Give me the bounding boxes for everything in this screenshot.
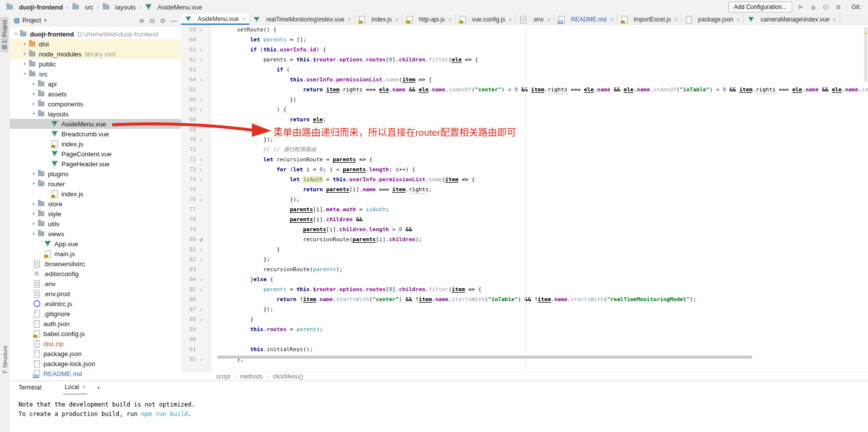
tree-row-.env.prod[interactable]: .env.prod	[10, 289, 181, 299]
close-icon[interactable]: ×	[82, 384, 85, 391]
fold-close-icon[interactable]: ∧	[196, 315, 206, 325]
tree-row-dist[interactable]: dist	[10, 39, 181, 49]
tab-http-api.js[interactable]: JShttp-api.js×	[403, 14, 455, 25]
code-line-72[interactable]: 72∨ let recursionRoute = parents => {	[181, 155, 868, 165]
tab-realTimeMonitoring-index.vue[interactable]: realTimeMonitoring\index.vue×	[249, 14, 355, 25]
chevron-right-icon[interactable]	[30, 202, 37, 205]
tab-AsideMenu.vue[interactable]: AsideMenu.vue×	[181, 14, 249, 25]
editor-breadcrumb-item[interactable]: script	[216, 373, 230, 380]
fold-close-icon[interactable]: ∧	[196, 135, 206, 145]
chevron-right-icon[interactable]	[21, 52, 28, 55]
code-line-65[interactable]: 65 return item.rights === ele.name && el…	[181, 85, 868, 95]
tree-row-plugins[interactable]: plugins	[10, 169, 181, 179]
close-icon[interactable]: ×	[242, 16, 245, 22]
tree-row-src[interactable]: src	[10, 69, 181, 79]
code-line-73[interactable]: 73∨ for (let i = 0; i < parents.length; …	[181, 165, 868, 175]
fold-open-icon[interactable]: ∨	[196, 105, 206, 115]
code-line-84[interactable]: 84∨ }else {	[181, 275, 868, 285]
code-line-91[interactable]: 91 this.initialKeys();	[181, 345, 868, 355]
git-label[interactable]: Git:	[852, 3, 861, 10]
coverage-icon[interactable]	[822, 3, 830, 11]
chevron-right-icon[interactable]	[30, 102, 37, 105]
tab-vue.config.js[interactable]: JSvue.config.js×	[455, 14, 516, 25]
chevron-down-icon[interactable]	[12, 33, 19, 35]
close-icon[interactable]: ×	[448, 16, 451, 22]
fold-open-icon[interactable]: ∨	[196, 275, 206, 285]
fold-open-icon[interactable]: ∨	[196, 285, 206, 295]
fold-close-icon[interactable]: ∧	[196, 245, 206, 255]
tab-index.js[interactable]: JSindex.js×	[355, 14, 403, 25]
hide-panel-icon[interactable]: —	[171, 17, 177, 24]
code-line-89[interactable]: 89 this.routes = parents;	[181, 325, 868, 335]
fold-open-icon[interactable]: ∨	[196, 55, 206, 65]
code-line-60[interactable]: 60 let parents = [];	[181, 35, 868, 45]
terminal-output[interactable]: Note that the development build is not o…	[10, 394, 868, 419]
tree-row-assets[interactable]: assets	[10, 89, 181, 99]
tree-row-babel.config.js[interactable]: JSbabel.config.js	[10, 329, 181, 339]
tree-row-auth.json[interactable]: {..}auth.json	[10, 319, 181, 329]
code-line-71[interactable]: 71 // // 递归权限路由	[181, 145, 868, 155]
collapse-all-icon[interactable]: ⊟	[149, 17, 155, 24]
tree-row-AsideMenu.vue[interactable]: AsideMenu.vue	[10, 119, 181, 129]
chevron-right-icon[interactable]	[30, 222, 37, 225]
fold-open-icon[interactable]: ∨	[196, 175, 206, 185]
chevron-right-icon[interactable]	[30, 92, 37, 95]
code-line-77[interactable]: 77 parents[i].meta.auth = isAuth;	[181, 205, 868, 215]
tree-row-PageHeader.vue[interactable]: PageHeader.vue	[10, 159, 181, 169]
tree-row-package.json[interactable]: {..}package.json	[10, 349, 181, 359]
code-line-90[interactable]: 90	[181, 335, 868, 345]
code-line-88[interactable]: 88∧ }	[181, 315, 868, 325]
close-icon[interactable]: ×	[547, 16, 550, 22]
breadcrumb-item[interactable]: duoji-frontend	[6, 3, 63, 11]
close-icon[interactable]: ×	[833, 16, 836, 22]
tree-row-index.js[interactable]: JSindex.js	[10, 139, 181, 149]
tree-row-style[interactable]: style	[10, 209, 181, 219]
tab-package.json[interactable]: {..}package.json×	[681, 14, 744, 25]
close-icon[interactable]: ×	[610, 16, 613, 22]
fold-close-icon[interactable]: ∧	[196, 305, 206, 315]
breadcrumb-item[interactable]: AsideMenu.vue	[145, 3, 203, 11]
code-line-68[interactable]: 68 return ele;	[181, 115, 868, 125]
code-line-83[interactable]: 83 recursionRoute(parents);	[181, 265, 868, 275]
close-icon[interactable]: ×	[674, 16, 677, 22]
code-editor[interactable]: 59∨ setRoute() {60 let parents = [];61∨ …	[181, 25, 868, 372]
breadcrumb-item[interactable]: layouts	[102, 3, 136, 11]
chevron-right-icon[interactable]	[21, 42, 28, 45]
tree-row-public[interactable]: public	[10, 59, 181, 69]
code-line-80[interactable]: 80↺ recursionRoute(parents[i].children);	[181, 235, 868, 245]
code-line-78[interactable]: 78 parents[i].children &&	[181, 215, 868, 225]
tree-row-README.md[interactable]: MDREADME.md	[10, 369, 181, 379]
tree-row-App.vue[interactable]: App.vue	[10, 239, 181, 249]
tree-row-views[interactable]: views	[10, 229, 181, 239]
chevron-down-icon[interactable]	[30, 113, 37, 115]
code-line-61[interactable]: 61∨ if (this.userInfo.id) {	[181, 45, 868, 55]
tree-row-duoji-frontend[interactable]: duoji-frontendD:\zheheWeb\duoji-frontend	[10, 29, 181, 39]
chevron-right-icon[interactable]	[30, 212, 37, 215]
code-line-76[interactable]: 76∧ });	[181, 195, 868, 205]
tab-README.md[interactable]: MDREADME.md×	[554, 14, 617, 25]
fold-close-icon[interactable]: ∧	[196, 95, 206, 105]
code-line-82[interactable]: 82∧ };	[181, 255, 868, 265]
tree-row-.env[interactable]: .env	[10, 279, 181, 289]
code-line-62[interactable]: 62∨ parents = this.$router.options.route…	[181, 55, 868, 65]
tree-row-.editorconfig[interactable]: ⚙.editorconfig	[10, 269, 181, 279]
close-icon[interactable]: ×	[737, 16, 740, 22]
close-icon[interactable]: ×	[348, 16, 351, 22]
tab-.env[interactable]: .env×	[516, 14, 554, 25]
code-line-79[interactable]: 79 parents[i].children.length > 0 &&	[181, 225, 868, 235]
tree-row-PageContent.vue[interactable]: PageContent.vue	[10, 149, 181, 159]
code-line-64[interactable]: 64∨ this.userInfo.permissionList.some(it…	[181, 75, 868, 85]
tree-row-.gitignore[interactable]: ⊘.gitignore	[10, 309, 181, 319]
fold-close-icon[interactable]: ∧	[196, 255, 206, 265]
fold-open-icon[interactable]: ∨	[196, 45, 206, 55]
tree-row-main.js[interactable]: JSmain.js	[10, 249, 181, 259]
fold-open-icon[interactable]: ∨	[196, 165, 206, 175]
code-line-63[interactable]: 63 if (	[181, 65, 868, 75]
code-line-59[interactable]: 59∨ setRoute() {	[181, 25, 868, 35]
chevron-right-icon[interactable]	[30, 172, 37, 175]
structure-stripe-button[interactable]: 7: Structure	[1, 344, 9, 376]
code-line-86[interactable]: 86 return !item.name.startsWith("center"…	[181, 295, 868, 305]
tab-importExcel.js[interactable]: JSimportExcel.js×	[617, 14, 681, 25]
vertical-scrollbar[interactable]	[864, 27, 868, 82]
code-line-74[interactable]: 74∨ let isAuth = this.userInfo.permissio…	[181, 175, 868, 185]
